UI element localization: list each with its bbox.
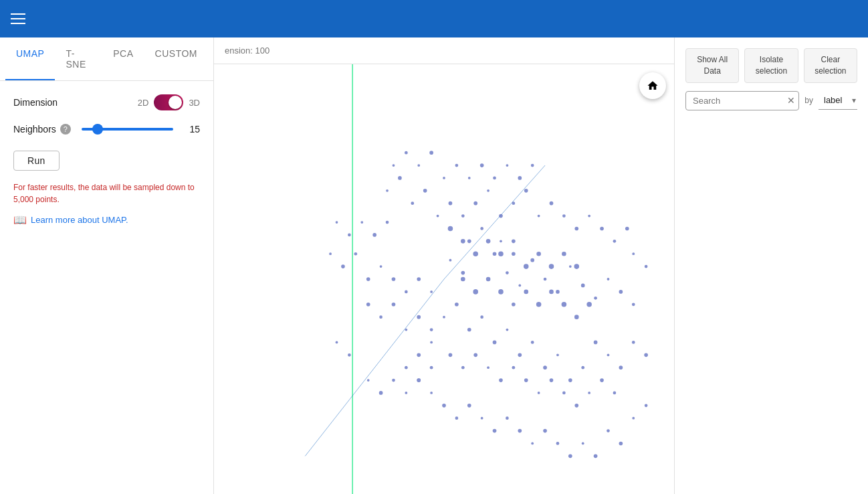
svg-point-145 xyxy=(480,163,484,167)
svg-point-55 xyxy=(568,455,572,459)
svg-point-92 xyxy=(405,329,407,331)
svg-point-28 xyxy=(506,329,509,331)
svg-point-90 xyxy=(379,315,383,319)
svg-point-26 xyxy=(480,315,483,319)
svg-point-41 xyxy=(417,353,421,357)
isolate-selection-button[interactable]: Isolate selection xyxy=(744,48,798,83)
svg-point-156 xyxy=(405,392,407,394)
svg-point-122 xyxy=(512,366,515,369)
svg-point-18 xyxy=(581,284,585,288)
svg-point-72 xyxy=(538,215,540,218)
svg-point-34 xyxy=(581,366,584,369)
viz-canvas[interactable] xyxy=(214,64,674,494)
svg-point-87 xyxy=(417,277,421,281)
svg-point-31 xyxy=(543,365,547,369)
dimension-toggle[interactable] xyxy=(154,94,183,110)
svg-point-16 xyxy=(556,290,560,294)
svg-point-51 xyxy=(518,429,522,433)
svg-point-32 xyxy=(556,353,559,356)
neighbors-control: Neighbors ? 15 xyxy=(13,124,200,135)
svg-point-29 xyxy=(518,353,522,357)
tab-umap[interactable]: UMAP xyxy=(5,37,55,80)
svg-point-52 xyxy=(531,442,534,445)
svg-point-136 xyxy=(632,252,635,255)
sample-warning: For faster results, the data will be sam… xyxy=(13,181,200,205)
viz-header: ension: 100 xyxy=(214,37,674,64)
svg-point-76 xyxy=(588,215,590,218)
home-button[interactable] xyxy=(639,72,666,99)
svg-point-103 xyxy=(549,264,554,269)
svg-point-133 xyxy=(360,221,363,224)
svg-point-94 xyxy=(430,328,433,331)
svg-point-96 xyxy=(461,239,465,244)
svg-point-88 xyxy=(430,291,433,293)
svg-point-78 xyxy=(613,240,617,243)
svg-point-20 xyxy=(607,278,610,280)
svg-point-149 xyxy=(531,164,534,167)
svg-point-39 xyxy=(644,353,648,357)
tab-tsne[interactable]: T-SNE xyxy=(55,37,102,80)
search-by-select-wrapper: label xyxy=(819,91,857,110)
svg-point-95 xyxy=(448,226,453,232)
svg-point-89 xyxy=(366,303,370,307)
svg-point-120 xyxy=(487,366,490,369)
svg-point-143 xyxy=(455,164,459,167)
svg-point-24 xyxy=(443,316,445,319)
svg-point-114 xyxy=(562,302,567,307)
svg-point-104 xyxy=(562,252,566,256)
svg-point-56 xyxy=(582,442,584,445)
svg-point-35 xyxy=(594,341,598,345)
svg-point-148 xyxy=(518,176,522,180)
search-input[interactable] xyxy=(685,91,799,110)
svg-point-109 xyxy=(498,289,504,295)
svg-point-107 xyxy=(473,289,478,295)
header xyxy=(0,0,868,37)
tab-custom[interactable]: CUSTOM xyxy=(144,37,208,80)
svg-point-49 xyxy=(493,429,497,433)
svg-point-132 xyxy=(348,234,351,237)
search-input-wrapper: ✕ xyxy=(685,91,799,110)
right-panel: Show All Data Isolate selection Clear se… xyxy=(674,37,868,494)
svg-point-73 xyxy=(550,201,554,205)
clear-selection-button[interactable]: Clear selection xyxy=(804,48,857,83)
tab-pca[interactable]: PCA xyxy=(102,37,144,80)
neighbors-label: Neighbors xyxy=(13,124,56,135)
svg-point-118 xyxy=(461,366,465,369)
svg-point-74 xyxy=(562,214,566,218)
svg-point-75 xyxy=(574,227,578,231)
svg-point-158 xyxy=(379,391,383,395)
neighbors-help-icon[interactable]: ? xyxy=(60,124,71,135)
run-button[interactable]: Run xyxy=(13,151,60,171)
svg-point-135 xyxy=(386,221,389,224)
svg-point-157 xyxy=(392,379,395,382)
search-by-select[interactable]: label xyxy=(819,91,857,110)
svg-point-17 xyxy=(569,265,572,268)
neighbors-slider[interactable] xyxy=(82,128,173,131)
svg-point-14 xyxy=(530,258,534,262)
svg-point-65 xyxy=(449,201,453,205)
show-all-data-button[interactable]: Show All Data xyxy=(685,48,739,83)
svg-point-50 xyxy=(506,416,509,420)
svg-point-134 xyxy=(372,233,376,237)
svg-point-147 xyxy=(506,164,509,167)
dimension-toggle-group: 2D 3D xyxy=(138,94,200,110)
learn-more-text: Learn more about UMAP. xyxy=(31,215,128,225)
hamburger-menu-button[interactable] xyxy=(11,13,25,24)
svg-point-66 xyxy=(461,214,465,218)
svg-point-100 xyxy=(512,240,516,244)
scatter-plot[interactable] xyxy=(214,64,674,494)
svg-point-108 xyxy=(486,277,491,282)
sidebar: UMAP T-SNE PCA CUSTOM Dimension 2D 3D xyxy=(0,37,214,494)
svg-point-102 xyxy=(536,252,541,256)
svg-point-63 xyxy=(423,189,427,193)
learn-more-link[interactable]: 📖 Learn more about UMAP. xyxy=(13,214,200,226)
svg-point-152 xyxy=(417,164,420,167)
svg-point-119 xyxy=(473,353,477,357)
svg-point-130 xyxy=(613,392,617,395)
svg-point-62 xyxy=(411,201,414,205)
neighbors-slider-container xyxy=(82,128,173,131)
svg-point-123 xyxy=(524,378,528,382)
tabs-bar: UMAP T-SNE PCA CUSTOM xyxy=(0,37,213,81)
svg-point-127 xyxy=(574,404,578,408)
search-clear-button[interactable]: ✕ xyxy=(787,95,795,106)
